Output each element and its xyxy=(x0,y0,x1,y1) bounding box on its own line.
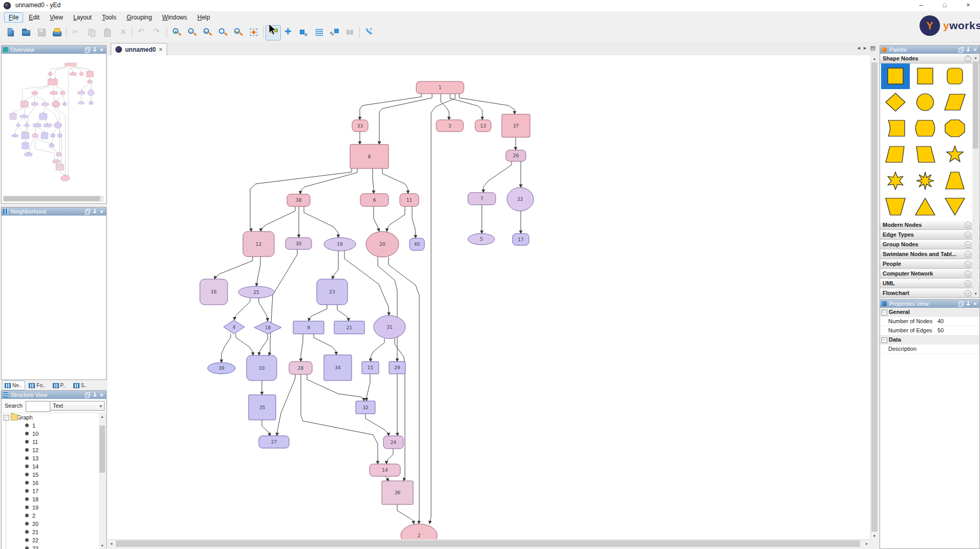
graph-edge-24-14[interactable] xyxy=(386,449,393,464)
menu-layout[interactable]: Layout xyxy=(69,12,96,23)
close-icon[interactable] xyxy=(99,209,105,214)
expand-icon[interactable]: ⌄ xyxy=(965,251,971,258)
scroll-up-icon[interactable]: ▴ xyxy=(99,413,106,420)
overview-panel-header[interactable]: Overview xyxy=(2,46,106,54)
tab-close-icon[interactable]: × xyxy=(159,46,162,53)
palette-section-shape-nodes[interactable]: Shape Nodes ⌃ xyxy=(880,54,979,64)
toolbar-button-navigation-mode[interactable] xyxy=(296,25,312,40)
scroll-down-icon[interactable]: ▾ xyxy=(99,542,106,549)
search-filter-select[interactable]: Text ▾ xyxy=(50,401,105,411)
tree-item-node-11[interactable]: 11 xyxy=(3,438,99,446)
menu-tools[interactable]: Tools xyxy=(97,12,121,23)
tree-item-node-1[interactable]: 1 xyxy=(3,421,99,430)
dock-tab-p[interactable]: P.. xyxy=(50,381,70,390)
menu-edit[interactable]: Edit xyxy=(24,12,44,23)
tab-unnamed0[interactable]: unnamed0 × xyxy=(111,43,167,55)
graph-edge-6-20[interactable] xyxy=(374,206,379,231)
graph-edge-8-11[interactable] xyxy=(382,168,408,194)
toolbar-button-delete[interactable] xyxy=(115,25,130,40)
graph-edge-1-37[interactable] xyxy=(459,94,515,114)
toolbar-button-zoom-fit-selection[interactable] xyxy=(215,25,231,40)
palette-shape-store[interactable] xyxy=(881,116,910,141)
scroll-down-icon[interactable]: ▾ xyxy=(972,290,979,297)
collapse-box-icon[interactable]: − xyxy=(882,337,887,343)
dock-tab-fo[interactable]: Fo.. xyxy=(26,381,49,390)
palette-shape-triangle-down[interactable] xyxy=(941,194,969,220)
palette-scroll-thumb[interactable] xyxy=(973,61,978,149)
palette-shape-rounded-square[interactable] xyxy=(941,64,969,89)
expand-icon[interactable]: ⌄ xyxy=(965,231,971,238)
tree-item-node-10[interactable]: 10 xyxy=(3,430,99,438)
graph-edge-32-24[interactable] xyxy=(365,414,389,436)
toolbar-button-open[interactable] xyxy=(18,25,34,40)
search-input[interactable] xyxy=(26,401,50,412)
maximize-button[interactable]: □ xyxy=(933,0,956,11)
toolbar-button-redo[interactable] xyxy=(150,25,165,40)
graph-edge-1-2[interactable] xyxy=(430,94,455,524)
toolbar-button-overview-binoculars[interactable] xyxy=(342,25,358,40)
graph-edge-38-19[interactable] xyxy=(304,206,338,238)
dock-tab-ne[interactable]: Ne.. xyxy=(2,381,25,390)
palette-section-uml[interactable]: UML⌄ xyxy=(880,279,979,288)
pin-icon[interactable] xyxy=(92,392,97,397)
pin-icon[interactable] xyxy=(92,209,97,214)
tree-expander-icon[interactable]: − xyxy=(4,415,9,420)
graph-edge-25-4[interactable] xyxy=(234,298,250,320)
graph-edge-11-20[interactable] xyxy=(387,206,405,231)
toolbar-button-pan-mode[interactable] xyxy=(281,25,296,40)
palette-shape-square[interactable] xyxy=(911,64,940,89)
palette-shape-octagon[interactable] xyxy=(941,116,969,141)
float-icon[interactable] xyxy=(85,392,90,397)
tree-item-node-20[interactable]: 20 xyxy=(3,520,99,528)
graph-edge-12-25[interactable] xyxy=(256,257,260,286)
toolbar-button-zoom-actual[interactable] xyxy=(200,25,215,40)
property-row-number-of-edges[interactable]: Number of Edges50 xyxy=(880,326,979,335)
toolbar-button-fit-content[interactable] xyxy=(246,25,261,40)
dock-tab-s[interactable]: S.. xyxy=(71,381,91,390)
graph-edge-36-2[interactable] xyxy=(397,504,414,524)
tree-item-node-13[interactable]: 13 xyxy=(3,454,99,462)
graph-edge-1-13[interactable] xyxy=(450,94,482,120)
palette-shape-star5[interactable] xyxy=(941,142,969,167)
overview-scroll-thumb[interactable] xyxy=(4,196,100,201)
palette-shape-circle[interactable] xyxy=(911,90,940,115)
vscroll-thumb[interactable] xyxy=(871,62,877,532)
graph-edge-23-21[interactable] xyxy=(337,305,349,321)
close-icon[interactable] xyxy=(973,47,978,52)
menu-grouping[interactable]: Grouping xyxy=(122,12,156,23)
tree-item-node-19[interactable]: 19 xyxy=(3,503,99,512)
graph-edge-12-16[interactable] xyxy=(214,257,253,279)
toolbar-button-layout-wand[interactable] xyxy=(362,25,377,40)
close-button[interactable]: × xyxy=(956,0,980,11)
palette-section-people[interactable]: People⌄ xyxy=(880,259,979,269)
float-icon[interactable] xyxy=(958,47,964,52)
tree-item-node-15[interactable]: 15 xyxy=(3,471,99,479)
toolbar-button-zoom-area[interactable] xyxy=(231,25,246,40)
palette-shape-trapezoid-down[interactable] xyxy=(881,194,910,220)
tree-item-node-14[interactable]: 14 xyxy=(3,462,99,471)
canvas-vertical-scrollbar[interactable]: ▴ ▾ xyxy=(870,55,878,539)
graph-edge-19-31[interactable] xyxy=(344,251,389,315)
property-group-general[interactable]: −General xyxy=(880,308,979,317)
property-group-data[interactable]: −Data xyxy=(880,335,979,345)
palette-shape-star8[interactable] xyxy=(911,168,940,194)
tree-item-node-23[interactable]: 23 xyxy=(3,544,99,549)
graph-edge-29-24[interactable] xyxy=(397,374,398,436)
minimize-button[interactable]: – xyxy=(909,0,933,11)
menu-help[interactable]: Help xyxy=(193,12,215,23)
graph-edge-1-8[interactable] xyxy=(379,94,432,144)
palette-shape-trapezoid[interactable] xyxy=(941,168,969,194)
scroll-left-icon[interactable]: ◂ xyxy=(108,540,115,547)
tree-item-node-21[interactable]: 21 xyxy=(3,528,99,536)
tree-item-node-18[interactable]: 18 xyxy=(3,495,99,503)
graph-edge-4-10[interactable] xyxy=(236,334,253,355)
toolbar-button-snap-lines[interactable] xyxy=(327,25,342,40)
tab-next-icon[interactable]: ▸ xyxy=(864,45,867,51)
expand-icon[interactable]: ⌄ xyxy=(965,280,971,287)
palette-shape-skew-left[interactable] xyxy=(881,142,910,167)
collapse-box-icon[interactable]: − xyxy=(882,310,887,315)
palette-shape-diamond[interactable] xyxy=(881,90,910,115)
neighborhood-panel-header[interactable]: Neighborhood xyxy=(2,207,106,216)
pin-icon[interactable] xyxy=(966,301,971,306)
expand-icon[interactable]: ⌄ xyxy=(965,261,971,267)
